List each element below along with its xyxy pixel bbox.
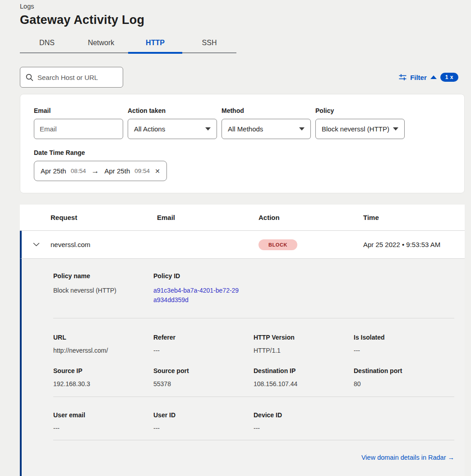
policy-name-cell: Policy name Block neverssl (HTTP) <box>53 272 153 305</box>
field-value: --- <box>153 425 254 432</box>
field-label: Device ID <box>254 411 354 419</box>
detail-field-http-version: HTTP Version HTTP/1.1 <box>254 334 354 355</box>
detail-field-destination-port: Destination port 80 <box>354 367 454 388</box>
field-value: 108.156.107.44 <box>254 380 354 388</box>
field-value: HTTP/1.1 <box>254 347 354 355</box>
filter-field-email: Email <box>34 107 123 139</box>
field-value: 55378 <box>153 380 254 388</box>
method-label: Method <box>222 107 311 114</box>
field-value: 192.168.30.3 <box>53 380 153 388</box>
row-expander[interactable] <box>22 243 51 247</box>
row-action: BLOCK <box>259 239 363 250</box>
field-label: Source port <box>153 367 254 374</box>
field-label: User email <box>53 411 153 419</box>
row-detail-panel: Policy name Block neverssl (HTTP) Policy… <box>20 259 465 476</box>
field-label: Destination IP <box>254 367 354 374</box>
detail-field-device-id: Device ID --- <box>254 411 354 432</box>
policy-id-cell: Policy ID a91c3eb4-ba7a-4201-be72-29a934… <box>153 272 254 305</box>
time-start: 08:54 <box>71 168 86 174</box>
clear-date-icon[interactable]: ✕ <box>155 168 160 175</box>
col-time: Time <box>363 214 465 221</box>
block-status-badge: BLOCK <box>259 239 297 250</box>
field-value: --- <box>254 425 354 432</box>
action-select[interactable]: All Actions <box>128 119 217 139</box>
col-action: Action <box>259 214 363 221</box>
detail-field-empty <box>354 411 454 432</box>
field-value: http://neverssl.com/ <box>53 347 153 355</box>
table-row[interactable]: neverssl.com BLOCK Apr 25 2022 • 9:53:53… <box>20 231 465 259</box>
chevron-down-icon <box>299 127 305 131</box>
detail-field-user-email: User email --- <box>53 411 153 432</box>
detail-policy-section: Policy name Block neverssl (HTTP) Policy… <box>53 272 454 305</box>
policy-id-link[interactable]: a91c3eb4-ba7a-4201-be72-29a934dd359d <box>153 286 242 305</box>
detail-field-source-port: Source port 55378 <box>153 367 254 388</box>
method-select-value: All Methods <box>228 125 263 133</box>
divider <box>53 318 454 318</box>
detail-field-destination-ip: Destination IP 108.156.107.44 <box>254 367 354 388</box>
policy-label: Policy <box>315 107 405 114</box>
date-range-label: Date Time Range <box>34 149 451 156</box>
date-start: Apr 25th <box>41 167 66 175</box>
row-request: neverssl.com <box>51 241 157 248</box>
field-label: Is Isolated <box>354 334 454 341</box>
date-end: Apr 25th <box>105 167 130 175</box>
detail-field-referer: Referer --- <box>153 334 254 355</box>
detail-field-user-id: User ID --- <box>153 411 254 432</box>
field-label: User ID <box>153 411 254 419</box>
page-title: Gateway Activity Log <box>20 13 465 27</box>
method-select[interactable]: All Methods <box>222 119 311 139</box>
field-label: Destination port <box>354 367 454 374</box>
detail-user-section: User email --- User ID --- Device ID --- <box>53 411 454 432</box>
breadcrumb: Logs <box>20 2 465 10</box>
search-box[interactable] <box>20 67 123 88</box>
filter-field-policy: Policy Block neverssl (HTTP) <box>315 107 405 139</box>
col-email: Email <box>157 214 259 221</box>
radar-link[interactable]: View domain details in Radar → <box>361 454 454 461</box>
policy-select-value: Block neverssl (HTTP) <box>322 125 389 133</box>
toolbar: Filter 1 x <box>20 67 465 88</box>
field-value: --- <box>354 347 454 355</box>
email-label: Email <box>34 107 123 114</box>
search-input[interactable] <box>37 74 117 81</box>
filter-count-badge[interactable]: 1 x <box>440 73 458 82</box>
chevron-down-icon <box>205 127 211 131</box>
tab-ssh[interactable]: SSH <box>182 34 236 52</box>
tab-dns[interactable]: DNS <box>20 34 74 52</box>
field-label: Referer <box>153 334 254 341</box>
policy-name-value: Block neverssl (HTTP) <box>53 286 153 295</box>
filter-field-method: Method All Methods <box>222 107 311 139</box>
tab-network[interactable]: Network <box>74 34 128 52</box>
field-label: URL <box>53 334 153 341</box>
field-label: HTTP Version <box>254 334 354 341</box>
field-label: Source IP <box>53 367 153 374</box>
field-value: --- <box>153 347 254 355</box>
filter-field-action: Action taken All Actions <box>128 107 217 139</box>
policy-select[interactable]: Block neverssl (HTTP) <box>315 119 405 139</box>
date-range-picker[interactable]: Apr 25th 08:54 → Apr 25th 09:54 ✕ <box>34 161 167 181</box>
detail-field-source-ip: Source IP 192.168.30.3 <box>53 367 153 388</box>
field-value: 80 <box>354 380 454 388</box>
page-content: Logs Gateway Activity Log DNS Network HT… <box>20 0 465 476</box>
search-icon <box>26 74 33 81</box>
chevron-down-icon <box>393 127 398 131</box>
filter-panel: Email Action taken All Actions Method Al… <box>20 94 465 193</box>
filter-toggle[interactable]: Filter 1 x <box>399 73 458 82</box>
radar-link-row: View domain details in Radar → <box>53 453 454 462</box>
tab-bar: DNS Network HTTP SSH <box>20 34 236 53</box>
time-end: 09:54 <box>134 168 150 174</box>
tab-http[interactable]: HTTP <box>128 34 182 52</box>
range-arrow-icon: → <box>91 167 100 176</box>
divider <box>53 397 454 397</box>
action-label: Action taken <box>128 107 217 114</box>
filter-label: Filter <box>410 74 427 81</box>
filter-fields-row: Email Action taken All Actions Method Al… <box>34 107 451 139</box>
chevron-down-icon <box>33 243 40 247</box>
email-field[interactable] <box>34 119 123 139</box>
row-time: Apr 25 2022 • 9:53:53 AM <box>363 241 465 248</box>
filter-sliders-icon <box>399 74 406 81</box>
action-select-value: All Actions <box>134 125 165 133</box>
field-value: --- <box>53 425 153 432</box>
detail-network-section: Source IP 192.168.30.3 Source port 55378… <box>53 367 454 388</box>
detail-field-url: URL http://neverssl.com/ <box>53 334 153 355</box>
table-header-row: Request Email Action Time <box>20 205 465 231</box>
